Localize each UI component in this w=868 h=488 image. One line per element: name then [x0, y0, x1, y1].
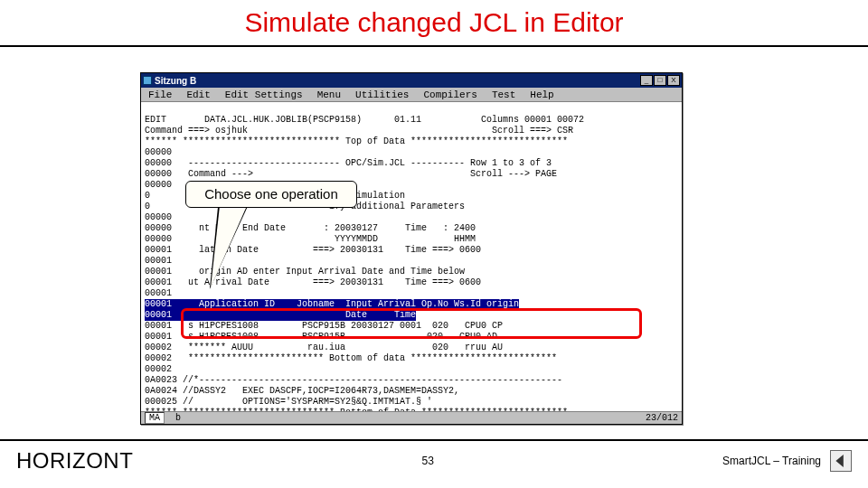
menu-test[interactable]: Test — [485, 88, 523, 101]
menu-utilities[interactable]: Utilities — [348, 88, 416, 101]
status-ma: MA — [145, 412, 165, 424]
term-line: ****** **************************** Bott… — [145, 408, 568, 411]
slide-title: Simulate changed JCL in Editor — [0, 0, 868, 38]
app-icon — [143, 76, 152, 85]
term-line: 00002 — [145, 364, 172, 374]
course-label: SmartJCL – Training — [722, 455, 821, 467]
footer-divider — [0, 439, 868, 441]
term-line: 00002 ******* AUUU rau.iua 020 rruu AU — [145, 343, 503, 352]
callout: Choose one operation — [185, 181, 357, 208]
maximize-button[interactable]: □ — [654, 75, 666, 86]
term-line: 0 — [145, 202, 150, 211]
term-line: 00000 — [145, 212, 172, 222]
svg-marker-0 — [835, 455, 843, 467]
term-line: ****** ***************************** Top… — [145, 136, 568, 146]
term-line: Command ===> osjhuk Scroll ===> CSR — [145, 126, 573, 136]
menu-edit-settings[interactable]: Edit Settings — [218, 88, 310, 101]
brand-logo: HORIZONT — [16, 448, 133, 474]
prev-slide-button[interactable] — [830, 450, 852, 472]
term-line: 00000 — [145, 147, 172, 157]
menubar: File Edit Edit Settings Menu Utilities C… — [141, 88, 682, 102]
term-line: EDIT DATA.JCL.HUK.JOBLIB(PSCP9158) 01.11… — [145, 115, 584, 125]
term-line: 00000 YYYYMMDD HHMM — [145, 234, 476, 244]
title-divider — [0, 45, 868, 47]
term-line: 0A0024 //DASSY2 EXEC DASCPF,IOCP=I2064R7… — [145, 386, 459, 396]
status-mid: b — [175, 413, 181, 423]
footer: HORIZONT 53 SmartJCL – Training — [0, 443, 868, 479]
page-number: 53 — [422, 455, 434, 467]
menu-compilers[interactable]: Compilers — [416, 88, 484, 101]
term-line: 00002 ************************* Bottom o… — [145, 353, 557, 363]
term-line: 00000 nt Plan End Date : 20030127 Time :… — [145, 223, 476, 233]
term-line: 0A0023 //*------------------------------… — [145, 375, 562, 385]
menu-file[interactable]: File — [141, 88, 179, 101]
term-line: 00001 origin AD enter Input Arrival Date… — [145, 267, 465, 277]
term-line: 00000 ---------------------------- OPC/S… — [145, 158, 552, 168]
term-line: 000025 // OPTIONS='SYSPARM=SY2§&Q.IMTM1A… — [145, 397, 432, 407]
highlight-box — [181, 308, 642, 339]
window-title: Sitzung B — [155, 76, 196, 86]
menu-edit[interactable]: Edit — [179, 88, 217, 101]
term-line: 00001 — [145, 288, 172, 298]
term-line: 00001 lation Date ===> 20030131 Time ===… — [145, 245, 481, 255]
term-line: 00000 Command ---> Scroll ---> PAGE — [145, 169, 557, 179]
term-line: 00000 — [145, 180, 172, 190]
window-titlebar: Sitzung B _ □ X — [141, 73, 682, 88]
minimize-button[interactable]: _ — [640, 75, 653, 86]
statusbar: MA b 23/012 — [141, 411, 682, 424]
close-button[interactable]: X — [667, 75, 680, 86]
chevron-left-icon — [835, 455, 847, 467]
status-cursor-pos: 23/012 — [646, 412, 678, 424]
menu-menu[interactable]: Menu — [310, 88, 348, 101]
term-line: 0 — [145, 191, 150, 201]
term-line: 00001 ut Arrival Date ===> 20030131 Time… — [145, 277, 481, 287]
menu-help[interactable]: Help — [523, 88, 561, 101]
term-line: 00001 — [145, 256, 172, 266]
